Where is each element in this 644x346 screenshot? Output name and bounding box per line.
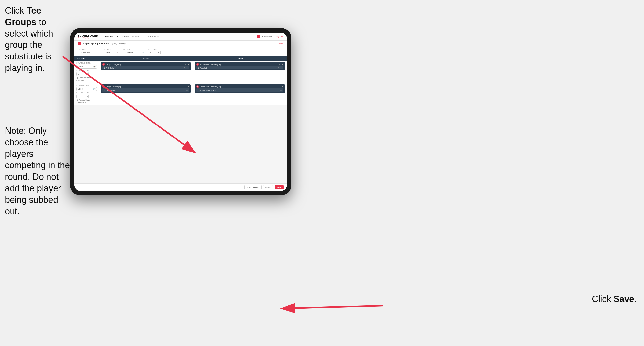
note-block: Note: Only choose the players competing … xyxy=(0,120,76,222)
rees-close-icon[interactable]: ✕ xyxy=(278,67,279,69)
group1-team2-entry[interactable]: B Scoreboard University (A) ✕ ▲ 1. Rees … xyxy=(195,62,285,70)
group2-time-input[interactable]: 10:05 🕐 xyxy=(76,87,97,91)
group2-team1-controls: ✕ ▲ xyxy=(185,86,189,88)
plus-icon: + xyxy=(76,79,78,81)
nav-teams[interactable]: TEAMS xyxy=(122,35,128,38)
instructions-block: Click Tee Groups to select which group t… xyxy=(0,0,76,79)
nav-rankings[interactable]: RANKINGS xyxy=(148,35,158,38)
group2-team1-entry[interactable]: B Clippd College (A) ✕ ▲ 2. Blair McHarg xyxy=(101,84,191,93)
player1-up-icon[interactable]: ▲ xyxy=(186,67,188,69)
group-size-value: 2 xyxy=(150,51,151,53)
pipe: | xyxy=(274,35,274,37)
group1-team1-logo: B xyxy=(102,63,105,65)
dave-up-icon[interactable]: ▲ xyxy=(280,89,282,91)
group1-team2-col: B Scoreboard University (A) ✕ ▲ 1. Rees … xyxy=(193,61,287,83)
tee-groups-bold: Tee Groups xyxy=(5,5,41,27)
group-row-1: STARTING TIME: 10:00 🕐 STARTING HOLE: 1 … xyxy=(74,61,287,83)
intervals-value: 5 Minutes xyxy=(125,51,134,53)
reset-changes-button[interactable]: Reset Changes xyxy=(244,185,262,189)
group1-hole-chevron: ▾ xyxy=(87,73,88,75)
start-type-label: Start Type xyxy=(78,48,100,50)
group2-time-col: STARTING TIME: 10:05 🕐 STARTING HOLE: 1 … xyxy=(74,83,99,105)
group2-team2-header: B Scoreboard University (A) ✕ ▲ xyxy=(196,85,284,88)
group-row-2: STARTING TIME: 10:05 🕐 STARTING HOLE: 1 … xyxy=(74,83,287,105)
plus2-icon: + xyxy=(76,102,78,104)
dave-close-icon[interactable]: ✕ xyxy=(278,89,279,91)
group-size-chevron: ▾ xyxy=(158,51,159,53)
blair-up-icon[interactable]: ▲ xyxy=(186,89,188,91)
config-row: Start Type 1st Tee Start ▾ Start Time 10… xyxy=(74,47,287,56)
group2-team1-col: B Clippd College (A) ✕ ▲ 2. Blair McHarg xyxy=(99,83,193,105)
start-type-select[interactable]: 1st Tee Start ▾ xyxy=(78,50,100,54)
intervals-field: Intervals 5 Minutes 🕐 xyxy=(123,48,145,54)
group1-team2-name: Scoreboard University (A) xyxy=(200,63,278,65)
group1-add-button[interactable]: + Add Group xyxy=(76,79,97,81)
group1-team1-header: B Clippd College (A) ✕ ▲ xyxy=(102,63,189,65)
group1-time-col: STARTING TIME: 10:00 🕐 STARTING HOLE: 1 … xyxy=(74,61,99,83)
sign-out-link[interactable]: Sign out xyxy=(276,35,284,37)
group2-team1-header: B Clippd College (A) ✕ ▲ xyxy=(102,85,189,88)
group1-time-input[interactable]: 10:00 🕐 xyxy=(76,65,97,68)
trash-icon: 🗑 xyxy=(76,77,78,79)
nav-committee[interactable]: COMMITTEE xyxy=(132,35,144,38)
tablet-device: SCOREBOARD Powered by clippd TOURNAMENTS… xyxy=(70,28,291,195)
group2-add-button[interactable]: + Add Group xyxy=(76,102,97,104)
group2-time-value: 10:05 xyxy=(78,88,82,90)
start-time-value: 10:00 xyxy=(105,51,110,53)
group2-team2-controls: ✕ ▲ xyxy=(279,86,284,88)
nav-tournaments[interactable]: TOURNAMENTS xyxy=(102,35,118,38)
group-size-label: Group Size xyxy=(148,48,160,50)
group2-remove-button[interactable]: 🗑 Remove Group xyxy=(76,99,97,101)
save-button[interactable]: Save xyxy=(274,185,284,189)
group2-time-icon: 🕐 xyxy=(93,88,96,90)
nav-links: TOURNAMENTS TEAMS COMMITTEE RANKINGS xyxy=(102,35,256,38)
group2-time-label: STARTING TIME: xyxy=(76,84,97,86)
group1-team1-entry[interactable]: B Clippd College (A) ✕ ▲ 1. Rich Butler xyxy=(101,62,191,70)
user-avatar: B xyxy=(256,35,260,38)
rees-up-icon[interactable]: ▲ xyxy=(280,67,282,69)
app-container: SCOREBOARD Powered by clippd TOURNAMENTS… xyxy=(74,33,287,191)
back-button[interactable]: ‹ Back xyxy=(278,42,284,45)
group2-team2-player1: Dave Billingham (SUB) ✕ ▲ xyxy=(196,88,284,92)
start-time-select[interactable]: 10:00 🕐 xyxy=(103,50,120,54)
cancel-button[interactable]: Cancel xyxy=(263,185,273,189)
player1-close-icon[interactable]: ✕ xyxy=(184,67,185,69)
group2-team2-entry[interactable]: B Scoreboard University (A) ✕ ▲ Dave Bil… xyxy=(195,84,285,93)
group2-remove-label: Remove Group xyxy=(79,99,90,101)
group1-team2-close[interactable]: ✕ xyxy=(279,63,281,65)
group1-team1-col: B Clippd College (A) ✕ ▲ 1. Rich Butler xyxy=(99,61,193,83)
hosting-label: Hosting xyxy=(119,42,126,45)
group2-team2-up[interactable]: ▲ xyxy=(282,86,284,88)
group2-team2-close[interactable]: ✕ xyxy=(279,86,281,88)
group1-hole-input[interactable]: 1 ▾ xyxy=(76,72,89,76)
group2-hole-input[interactable]: 1 ▾ xyxy=(76,94,89,98)
brand-sub: Powered by clippd xyxy=(78,37,98,38)
group2-hole-value: 1 xyxy=(78,95,79,97)
brand-title: SCOREBOARD xyxy=(78,34,98,37)
group2-team1-close[interactable]: ✕ xyxy=(185,86,186,88)
group1-hole-label: STARTING HOLE: xyxy=(76,69,97,71)
click-save-label: Click Save. xyxy=(592,294,637,304)
group2-team1-name: Clippd College (A) xyxy=(106,86,184,88)
bottom-bar: Reset Changes Cancel Save xyxy=(74,183,287,191)
group1-team1-player1-name: 1. Rich Butler xyxy=(104,67,184,69)
group1-team1-close[interactable]: ✕ xyxy=(185,63,186,65)
group1-team1-player1-controls: ✕ ▲ xyxy=(184,67,188,69)
clock-icon: 🕐 xyxy=(117,51,118,53)
blair-close-icon[interactable]: ✕ xyxy=(184,89,185,91)
group1-team2-controls: ✕ ▲ xyxy=(279,63,284,65)
intervals-select[interactable]: 5 Minutes 🕐 xyxy=(123,50,145,54)
group2-team1-player1-controls: ✕ ▲ xyxy=(184,89,188,91)
group1-team1-up[interactable]: ▲ xyxy=(188,63,189,65)
group2-team2-player1-controls: ✕ ▲ xyxy=(278,89,282,91)
group2-hole-label: STARTING HOLE: xyxy=(76,92,97,94)
group1-team2-up[interactable]: ▲ xyxy=(282,63,284,65)
nav-right: B blair admin | Sign out xyxy=(256,35,284,38)
group2-team2-player1-name: Dave Billingham (SUB) xyxy=(198,89,278,91)
intervals-label: Intervals xyxy=(123,48,145,50)
group-size-select[interactable]: 2 ▾ xyxy=(148,50,160,54)
save-bold: Save. xyxy=(614,294,637,304)
group1-remove-button[interactable]: 🗑 Remove Group xyxy=(76,77,97,79)
group2-team1-up[interactable]: ▲ xyxy=(188,86,189,88)
start-time-field: Start Time 10:00 🕐 xyxy=(103,48,120,54)
